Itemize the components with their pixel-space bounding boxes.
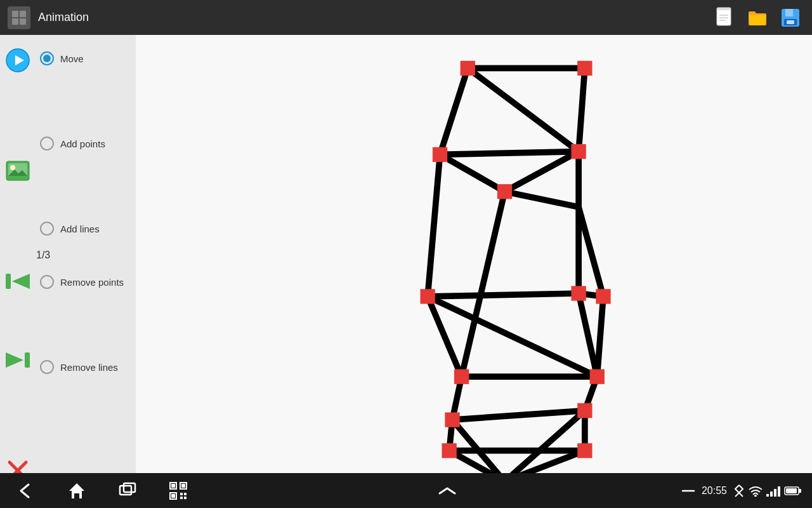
minimize-icon xyxy=(681,488,695,493)
next-frame-button[interactable] xyxy=(4,346,32,374)
remove-points-option[interactable]: Remove points xyxy=(35,265,136,299)
svg-line-27 xyxy=(579,68,585,151)
svg-line-44 xyxy=(428,296,597,376)
svg-line-35 xyxy=(462,191,505,376)
svg-rect-3 xyxy=(20,18,26,25)
save-button[interactable] xyxy=(776,4,804,32)
svg-rect-76 xyxy=(181,484,185,488)
svg-line-37 xyxy=(579,207,603,297)
svg-line-28 xyxy=(468,68,579,151)
battery-icon xyxy=(784,486,802,496)
svg-marker-21 xyxy=(6,352,23,368)
svg-line-39 xyxy=(428,293,579,297)
svg-rect-79 xyxy=(180,493,183,495)
svg-rect-12 xyxy=(787,20,794,24)
svg-rect-55 xyxy=(461,60,475,75)
app-icon xyxy=(8,6,30,29)
svg-rect-60 xyxy=(420,289,435,304)
svg-line-42 xyxy=(579,293,597,377)
new-file-button[interactable] xyxy=(710,4,738,32)
svg-rect-72 xyxy=(124,483,135,492)
svg-line-34 xyxy=(428,154,440,296)
svg-line-26 xyxy=(440,68,468,154)
remove-lines-option[interactable]: Remove lines xyxy=(35,350,136,384)
sidebar-icon-column xyxy=(0,35,35,508)
svg-rect-90 xyxy=(799,489,801,493)
svg-rect-56 xyxy=(577,60,592,75)
add-points-option[interactable]: Add points xyxy=(35,126,136,161)
svg-rect-64 xyxy=(590,369,605,384)
svg-line-29 xyxy=(440,151,579,154)
figure-svg xyxy=(252,56,696,488)
svg-rect-67 xyxy=(442,443,456,458)
svg-line-43 xyxy=(597,296,603,376)
canvas-area[interactable] xyxy=(136,35,812,508)
svg-rect-5 xyxy=(717,8,731,10)
svg-rect-2 xyxy=(12,18,18,25)
home-button[interactable] xyxy=(61,475,93,507)
wifi-icon xyxy=(749,485,763,497)
statusbar-center xyxy=(213,485,681,497)
play-button[interactable] xyxy=(4,46,32,74)
signal-icon xyxy=(766,485,780,497)
back-button[interactable] xyxy=(10,475,42,507)
add-lines-option[interactable]: Add lines xyxy=(35,211,136,246)
open-folder-button[interactable] xyxy=(743,4,771,32)
svg-rect-85 xyxy=(766,494,769,497)
frame-indicator: 1/3 xyxy=(36,250,50,261)
remove-points-label: Remove points xyxy=(60,277,124,288)
svg-rect-80 xyxy=(184,493,187,495)
svg-line-49 xyxy=(505,410,585,481)
svg-point-17 xyxy=(10,165,15,170)
svg-line-30 xyxy=(440,154,505,191)
svg-line-47 xyxy=(452,410,585,420)
top-icons xyxy=(710,4,804,32)
svg-rect-66 xyxy=(577,403,592,417)
svg-rect-61 xyxy=(571,286,586,300)
prev-frame-button[interactable] xyxy=(4,267,32,295)
clock: 20:55 xyxy=(702,485,727,497)
svg-line-33 xyxy=(505,191,579,206)
svg-rect-65 xyxy=(445,412,459,427)
add-lines-label: Add lines xyxy=(60,224,100,234)
svg-rect-81 xyxy=(180,497,183,499)
qr-button[interactable] xyxy=(162,475,194,507)
svg-rect-74 xyxy=(171,484,175,488)
svg-rect-68 xyxy=(577,443,592,458)
svg-rect-88 xyxy=(778,486,780,497)
svg-rect-0 xyxy=(12,11,18,17)
app-title: Animation xyxy=(38,11,710,24)
svg-rect-71 xyxy=(120,486,131,495)
svg-rect-82 xyxy=(184,497,187,499)
tool-options: Move Add points Add lines 1/3 xyxy=(35,35,136,384)
svg-point-84 xyxy=(754,495,757,497)
add-points-label: Add points xyxy=(60,138,105,149)
svg-rect-63 xyxy=(454,369,469,384)
title-bar: Animation xyxy=(0,0,812,35)
sidebar: Move Add points Add lines 1/3 xyxy=(0,35,136,508)
add-lines-radio[interactable] xyxy=(40,222,54,236)
svg-line-31 xyxy=(505,151,579,191)
move-radio[interactable] xyxy=(40,51,54,65)
svg-marker-19 xyxy=(12,274,30,289)
svg-rect-1 xyxy=(20,11,26,17)
svg-rect-4 xyxy=(717,8,731,25)
remove-lines-label: Remove lines xyxy=(60,362,118,373)
svg-rect-58 xyxy=(571,144,586,158)
bluetooth-icon xyxy=(733,484,745,498)
gallery-button[interactable] xyxy=(4,157,32,185)
statusbar-right: 20:55 xyxy=(681,484,802,498)
move-option[interactable]: Move xyxy=(35,41,136,76)
recent-button[interactable] xyxy=(112,475,143,507)
add-points-radio[interactable] xyxy=(40,137,54,150)
remove-points-radio[interactable] xyxy=(40,275,54,289)
svg-rect-59 xyxy=(497,184,512,199)
status-bar: 20:55 xyxy=(0,473,812,508)
svg-rect-78 xyxy=(171,494,175,498)
svg-rect-20 xyxy=(6,274,11,289)
svg-rect-87 xyxy=(774,489,776,497)
svg-rect-86 xyxy=(770,491,773,497)
remove-lines-radio[interactable] xyxy=(40,360,54,374)
svg-rect-62 xyxy=(596,289,610,304)
svg-rect-10 xyxy=(785,9,793,17)
